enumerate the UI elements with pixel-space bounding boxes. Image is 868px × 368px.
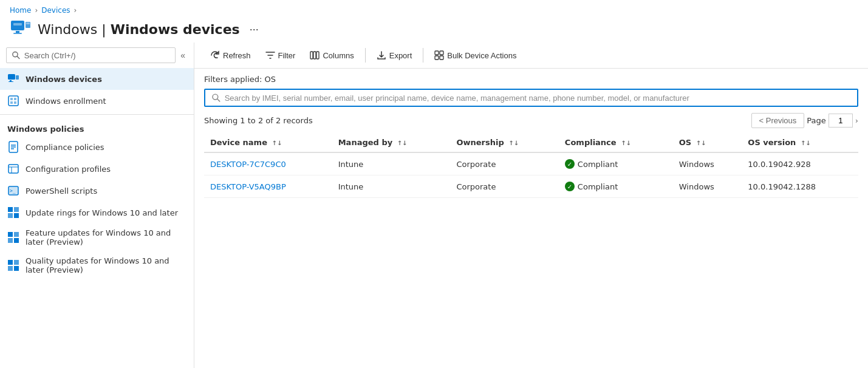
ellipsis-button[interactable]: ··· <box>246 22 262 37</box>
page-input[interactable] <box>829 114 853 128</box>
content-search-box[interactable] <box>204 89 858 107</box>
col-managed-by[interactable]: Managed by ↑↓ <box>332 133 451 152</box>
svg-rect-5 <box>26 22 30 24</box>
svg-rect-29 <box>8 213 13 218</box>
svg-rect-27 <box>8 207 13 212</box>
cell-ownership-1: Corporate <box>450 175 558 198</box>
svg-rect-31 <box>8 232 13 237</box>
sidebar-item-compliance-policies[interactable]: Compliance policies <box>0 136 194 158</box>
table-row: DESKTOP-7C7C9C0 Intune Corporate Complia… <box>204 152 858 175</box>
svg-line-47 <box>217 99 220 101</box>
svg-rect-38 <box>14 266 19 271</box>
sidebar-search-row: « <box>0 43 194 68</box>
device-link-0[interactable]: DESKTOP-7C7C9C0 <box>210 160 286 169</box>
breadcrumb-devices[interactable]: Devices <box>41 6 70 15</box>
filter-icon <box>265 50 275 60</box>
col-compliance[interactable]: Compliance ↑↓ <box>559 133 673 152</box>
svg-line-7 <box>17 56 19 59</box>
sidebar-item-quality-updates[interactable]: Quality updates for Windows 10 and later… <box>0 251 194 279</box>
svg-text:>_: >_ <box>10 188 16 194</box>
filter-button[interactable]: Filter <box>259 47 302 63</box>
svg-rect-13 <box>10 98 13 100</box>
records-count: Showing 1 to 2 of 2 records <box>204 116 313 125</box>
svg-rect-15 <box>10 101 13 104</box>
search-icon <box>12 50 21 60</box>
records-row: Showing 1 to 2 of 2 records < Previous P… <box>204 113 858 128</box>
sidebar-item-compliance-policies-label: Compliance policies <box>26 143 104 152</box>
sidebar-item-update-rings[interactable]: Update rings for Windows 10 and later <box>0 202 194 223</box>
content-search-input[interactable] <box>225 94 851 103</box>
toolbar: Refresh Filter Columns <box>194 43 868 69</box>
cell-compliance-1: Compliant <box>559 175 673 198</box>
svg-rect-16 <box>14 101 16 104</box>
page-title-row: Windows | Windows devices ··· <box>10 18 858 40</box>
svg-rect-9 <box>16 75 19 80</box>
device-link-1[interactable]: DESKTOP-V5AQ9BP <box>210 182 286 191</box>
main-layout: « Windows devices Windows enrollment <box>0 43 868 368</box>
sidebar-item-windows-devices[interactable]: Windows devices <box>0 68 194 90</box>
svg-rect-44 <box>435 56 439 60</box>
toolbar-divider-1 <box>365 48 366 63</box>
svg-rect-11 <box>9 81 13 82</box>
compliant-label-1: Compliant <box>578 182 618 191</box>
svg-rect-33 <box>8 238 13 243</box>
svg-rect-41 <box>316 52 319 59</box>
sort-icon-ownership: ↑↓ <box>508 140 519 146</box>
cell-os-version-0: 10.0.19042.928 <box>742 152 858 175</box>
sidebar-item-powershell-scripts[interactable]: >_ PowerShell scripts <box>0 180 194 202</box>
cell-managed-by-1: Intune <box>332 175 451 198</box>
sidebar-item-windows-enrollment[interactable]: Windows enrollment <box>0 90 194 112</box>
cell-os-1: Windows <box>673 175 742 198</box>
bulk-device-actions-button[interactable]: Bulk Device Actions <box>428 47 522 63</box>
sort-icon-os: ↑↓ <box>696 140 706 146</box>
svg-rect-35 <box>8 260 13 265</box>
columns-button[interactable]: Columns <box>304 47 360 63</box>
svg-rect-37 <box>8 266 13 271</box>
sidebar-item-feature-updates[interactable]: Feature updates for Windows 10 and later… <box>0 223 194 251</box>
header: Home › Devices › Windows | Windows devic… <box>0 0 868 43</box>
cell-os-0: Windows <box>673 152 742 175</box>
svg-rect-39 <box>310 52 313 59</box>
col-os-version[interactable]: OS version ↑↓ <box>742 133 858 152</box>
content-area: Filters applied: OS Showing 1 to 2 of 2 … <box>194 69 868 368</box>
svg-rect-8 <box>8 74 15 80</box>
main-content: Refresh Filter Columns <box>194 43 868 368</box>
bulk-device-actions-label: Bulk Device Actions <box>447 51 516 60</box>
sidebar-item-configuration-profiles-label: Configuration profiles <box>26 165 111 174</box>
col-ownership[interactable]: Ownership ↑↓ <box>450 133 558 152</box>
sidebar-search-input[interactable] <box>24 51 170 60</box>
cell-os-version-1: 10.0.19042.1288 <box>742 175 858 198</box>
table-body: DESKTOP-7C7C9C0 Intune Corporate Complia… <box>204 152 858 198</box>
filters-applied: Filters applied: OS <box>204 75 858 84</box>
refresh-button[interactable]: Refresh <box>204 47 257 63</box>
breadcrumb-home[interactable]: Home <box>10 6 31 15</box>
sidebar-search-box[interactable] <box>6 47 176 63</box>
compliance-badge-0: Compliant <box>565 159 667 169</box>
windows-policies-label: Windows policies <box>0 117 194 136</box>
collapse-button[interactable]: « <box>178 48 188 63</box>
sidebar-item-quality-updates-label: Quality updates for Windows 10 and later… <box>26 256 186 274</box>
sidebar-item-configuration-profiles[interactable]: Configuration profiles <box>0 158 194 180</box>
svg-rect-10 <box>10 80 12 81</box>
svg-rect-28 <box>14 207 19 212</box>
sidebar-divider-1 <box>0 114 194 115</box>
col-os[interactable]: OS ↑↓ <box>673 133 742 152</box>
devices-table: Device name ↑↓ Managed by ↑↓ Ownership ↑… <box>204 133 858 198</box>
windows-icon <box>10 18 32 40</box>
compliant-icon-1 <box>565 182 575 191</box>
sort-icon-compliance: ↑↓ <box>621 140 631 146</box>
export-button[interactable]: Export <box>371 47 419 63</box>
sort-icon-os-version: ↑↓ <box>801 140 811 146</box>
svg-rect-32 <box>14 232 19 237</box>
svg-rect-40 <box>313 52 316 59</box>
page-label: Page <box>807 116 825 125</box>
export-label: Export <box>389 51 412 60</box>
compliance-icon <box>7 141 19 153</box>
quality-updates-icon <box>7 259 19 271</box>
cell-managed-by-0: Intune <box>332 152 451 175</box>
col-device-name[interactable]: Device name ↑↓ <box>204 133 332 152</box>
svg-rect-42 <box>435 51 439 55</box>
export-icon <box>377 50 386 60</box>
sidebar-item-feature-updates-label: Feature updates for Windows 10 and later… <box>26 228 186 247</box>
previous-button[interactable]: < Previous <box>751 113 805 128</box>
